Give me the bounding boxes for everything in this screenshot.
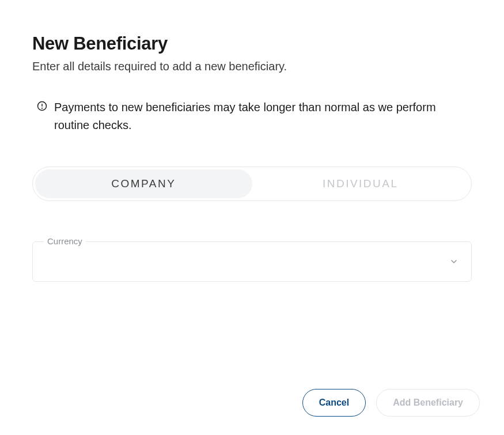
tab-individual[interactable]: INDIVIDUAL: [252, 169, 469, 198]
footer-actions: Cancel Add Beneficiary: [302, 389, 480, 417]
svg-point-2: [42, 108, 43, 108]
currency-field-group: Currency: [32, 241, 472, 282]
info-banner: Payments to new beneficiaries may take l…: [32, 99, 472, 134]
currency-label: Currency: [44, 236, 86, 246]
info-icon: [37, 101, 47, 111]
cancel-button[interactable]: Cancel: [302, 389, 366, 417]
info-text: Payments to new beneficiaries may take l…: [54, 99, 472, 134]
chevron-down-icon: [449, 257, 458, 266]
beneficiary-type-tabs: COMPANY INDIVIDUAL: [32, 167, 472, 201]
page-subtitle: Enter all details required to add a new …: [32, 60, 472, 73]
add-beneficiary-button[interactable]: Add Beneficiary: [376, 389, 480, 417]
page-title: New Beneficiary: [32, 33, 472, 54]
tab-company[interactable]: COMPANY: [35, 169, 252, 198]
currency-select[interactable]: [32, 241, 472, 282]
